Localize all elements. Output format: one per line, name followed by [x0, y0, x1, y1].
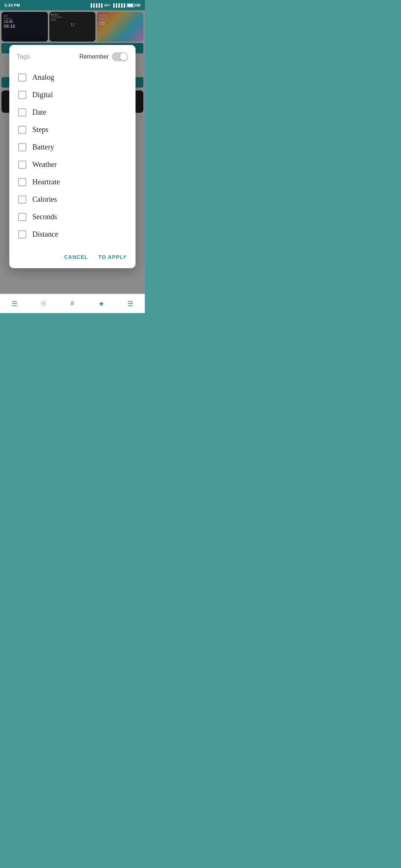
checkbox-item-digital[interactable]: Digital	[17, 86, 128, 103]
checkbox-steps[interactable]	[18, 126, 26, 134]
checkbox-label-calories: Calories	[32, 195, 57, 204]
checkbox-item-analog[interactable]: Analog	[17, 69, 128, 86]
checkbox-item-weather[interactable]: Weather	[17, 156, 128, 173]
nav-item-menu[interactable]: ☰	[123, 296, 138, 311]
checkbox-item-date[interactable]: Date	[17, 103, 128, 121]
checkbox-label-battery: Battery	[32, 143, 54, 151]
checkbox-label-heartrate: Heartrate	[32, 178, 60, 186]
hash-icon: #	[71, 300, 74, 308]
signal-icon-2: ▐▐▐▐▐	[112, 3, 125, 7]
checkbox-calories[interactable]	[18, 195, 26, 204]
battery-indicator	[127, 3, 135, 7]
globe-icon: ☉	[40, 300, 46, 308]
status-time: 5:34 PM	[4, 3, 20, 7]
checkbox-heartrate[interactable]	[18, 178, 26, 186]
dialog-title: Tags	[17, 53, 30, 60]
checkbox-date[interactable]	[18, 108, 26, 116]
checkbox-label-digital: Digital	[32, 91, 53, 99]
toggle-thumb	[120, 53, 127, 60]
battery-level: 98	[136, 3, 140, 7]
checkbox-seconds[interactable]	[18, 213, 26, 221]
status-icons: ▐▐▐▐▐ 4G+ ▐▐▐▐▐ 98	[89, 3, 140, 7]
checkbox-item-seconds[interactable]: Seconds	[17, 208, 128, 226]
checkbox-item-steps[interactable]: Steps	[17, 121, 128, 138]
checkbox-item-distance[interactable]: Distance	[17, 226, 128, 243]
checkbox-label-distance: Distance	[32, 230, 58, 239]
tags-dialog: Tags Remember Analog Digital Date Steps	[9, 45, 136, 268]
filter-icon: ☰	[12, 300, 17, 308]
checkbox-item-calories[interactable]: Calories	[17, 191, 128, 208]
dialog-buttons: CANCEL TO APPLY	[17, 249, 128, 262]
dialog-header: Tags Remember	[17, 52, 128, 61]
nav-item-star[interactable]: ★	[94, 296, 109, 311]
bottom-nav: ☰ ☉ # ★ ☰	[0, 294, 145, 313]
nav-item-globe[interactable]: ☉	[36, 296, 51, 311]
checkbox-label-date: Date	[32, 108, 46, 116]
menu-icon: ☰	[127, 300, 133, 308]
checkbox-list: Analog Digital Date Steps Battery Weathe…	[17, 69, 128, 243]
cancel-button[interactable]: CANCEL	[63, 252, 89, 262]
checkbox-digital[interactable]	[18, 91, 26, 99]
network-type: 4G+	[104, 3, 110, 7]
checkbox-battery[interactable]	[18, 143, 26, 151]
checkbox-weather[interactable]	[18, 161, 26, 169]
checkbox-item-heartrate[interactable]: Heartrate	[17, 173, 128, 191]
checkbox-label-analog: Analog	[32, 73, 54, 82]
remember-label: Remember	[79, 53, 109, 60]
status-bar: 5:34 PM ▐▐▐▐▐ 4G+ ▐▐▐▐▐ 98	[0, 0, 145, 10]
nav-item-hash[interactable]: #	[65, 296, 80, 311]
remember-row: Remember	[79, 52, 128, 61]
checkbox-item-battery[interactable]: Battery	[17, 138, 128, 156]
checkbox-analog[interactable]	[18, 73, 26, 82]
signal-icon: ▐▐▐▐▐	[89, 3, 102, 7]
nav-item-filter[interactable]: ☰	[7, 296, 22, 311]
checkbox-label-steps: Steps	[32, 125, 48, 134]
star-icon: ★	[98, 300, 104, 308]
checkbox-label-weather: Weather	[32, 160, 57, 169]
checkbox-distance[interactable]	[18, 230, 26, 239]
checkbox-label-seconds: Seconds	[32, 213, 57, 221]
remember-toggle[interactable]	[112, 52, 128, 61]
apply-button[interactable]: TO APPLY	[97, 252, 128, 262]
